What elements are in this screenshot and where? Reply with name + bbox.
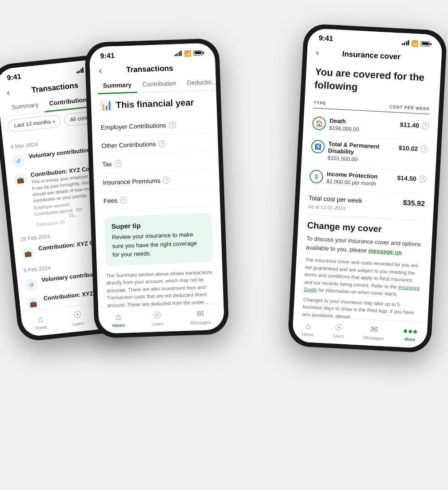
signal-icon-3 <box>401 40 409 46</box>
tpd-icon: ♿ <box>311 140 325 154</box>
more-icon: ●●● <box>403 326 418 336</box>
insurance-heading: You are covered for the following <box>314 66 432 98</box>
employer-icon: 💼 <box>26 296 40 310</box>
status-icons-3: 📶 <box>401 39 431 47</box>
back-button-1[interactable]: ‹ <box>6 87 10 98</box>
nav-label: Messages <box>190 320 211 325</box>
page-title-2: Transactions <box>106 63 193 75</box>
time-1: 9:41 <box>7 73 22 82</box>
super-tip-title: Super tip <box>112 219 205 230</box>
nav-label: Messages <box>363 335 384 341</box>
employer-icon: 💼 <box>21 247 35 260</box>
time-2: 9:41 <box>100 52 115 60</box>
back-button-3[interactable]: ‹ <box>316 48 319 58</box>
disclaimer-1: The insurance cover and costs recorded f… <box>304 256 422 299</box>
col-type-label: TYPE <box>314 100 327 106</box>
fees-label: Fees <box>103 197 118 204</box>
col-cost-label: COST PER WEEK <box>389 104 430 112</box>
summary-row-fees[interactable]: Fees ? <box>103 188 211 210</box>
home-icon: ⌂ <box>116 311 121 321</box>
learn-icon: ☉ <box>153 310 162 321</box>
nav-label: Learn <box>73 321 85 327</box>
phone-transactions-summary: 9:41 📶 ‹ Tr <box>85 38 229 338</box>
help-icon-income[interactable]: ? <box>419 175 426 183</box>
learn-icon: ☉ <box>73 309 82 321</box>
nav-learn-1[interactable]: ☉ Learn <box>71 309 84 326</box>
change-my-cover-title: Change my cover <box>307 220 424 237</box>
total-value: $35.92 <box>403 199 425 208</box>
nav-label: Home <box>112 322 125 328</box>
message-us-link[interactable]: message us <box>368 247 402 256</box>
tab-deductions-2[interactable]: Deductio... <box>181 74 223 91</box>
change-text-2: . <box>401 249 403 256</box>
voluntary-icon: ↺ <box>25 278 39 292</box>
total-label: Total cost per week <box>308 194 362 204</box>
nav-label: Home <box>35 324 47 330</box>
help-icon[interactable]: ? <box>168 121 176 129</box>
other-contributions-label: Other Contributions <box>101 140 156 149</box>
bottom-nav-2: ⌂ Home ☉ Learn ✉ Messages <box>98 304 224 334</box>
date-filter[interactable]: Last 12 months ▾ <box>8 114 61 132</box>
change-my-cover-text: To discuss your insurance cover and opti… <box>306 234 423 258</box>
wifi-icon-3: 📶 <box>411 39 419 47</box>
coverage-header: TYPE COST PER WEEK <box>313 98 430 115</box>
help-icon-death[interactable]: ? <box>422 122 429 130</box>
insurance-label: Insurance Premiums <box>103 177 160 186</box>
nav-label: Learn <box>333 333 345 338</box>
chevron-down-icon: ▾ <box>52 119 55 124</box>
nav-home-2[interactable]: ⌂ Home <box>112 311 125 328</box>
back-button-2[interactable]: ‹ <box>99 65 102 76</box>
nav-learn-3[interactable]: ☉ Learn <box>333 321 345 338</box>
nav-more-3[interactable]: ●●● More <box>402 326 418 342</box>
messages-icon: ✉ <box>196 308 204 320</box>
super-tip-card: Super tip Review your insurance to make … <box>104 213 213 266</box>
nav-learn-2[interactable]: ☉ Learn <box>151 310 164 327</box>
wifi-icon-2: 📶 <box>184 50 191 57</box>
phone-insurance-cover: 9:41 📶 ‹ In <box>287 23 447 353</box>
death-icon: 🏠 <box>312 117 327 131</box>
income-cost: $14.50 <box>397 174 417 182</box>
voluntary-icon: ↺ <box>12 154 26 168</box>
nav-messages-2[interactable]: ✉ Messages <box>190 308 211 325</box>
nav-messages-3[interactable]: ✉ Messages <box>363 323 384 341</box>
employer-contributions-label: Employer Contributions <box>101 121 166 131</box>
signal-icon-1 <box>76 67 84 74</box>
nav-label: Learn <box>152 321 164 327</box>
help-icon[interactable]: ? <box>159 140 166 147</box>
learn-icon: ☉ <box>335 322 343 333</box>
home-icon: ⌂ <box>37 313 43 324</box>
insurance-guide-link[interactable]: Insurance Guide <box>304 284 420 293</box>
battery-icon-3 <box>421 41 432 46</box>
signal-icon-2 <box>174 51 182 56</box>
employer-icon: 💼 <box>13 173 27 187</box>
messages-icon: ✉ <box>370 324 378 335</box>
help-icon-tpd[interactable]: ? <box>420 145 428 153</box>
death-amount: $198,000.00 <box>329 125 359 133</box>
tpd-cost: $10.02 <box>399 144 418 152</box>
help-icon[interactable]: ? <box>115 160 122 168</box>
time-3: 9:41 <box>319 34 333 43</box>
income-icon: $ <box>309 169 323 184</box>
insurance-content: You are covered for the following TYPE C… <box>293 59 441 334</box>
death-cost: $11.40 <box>400 121 419 129</box>
summary-content: 📊 This financial year Employer Contribut… <box>91 90 224 318</box>
help-icon[interactable]: ? <box>163 177 171 184</box>
nav-home-1[interactable]: ⌂ Home <box>34 313 47 330</box>
tab-summary-2[interactable]: Summary <box>97 76 137 94</box>
super-tip-text: Review your insurance to make sure you h… <box>112 230 206 259</box>
tab-contribution-2[interactable]: Contribution <box>137 75 182 93</box>
nav-label: Home <box>302 331 314 337</box>
bar-chart-icon: 📊 <box>100 99 112 111</box>
nav-home-3[interactable]: ⌂ Home <box>302 320 315 337</box>
battery-icon-2 <box>193 50 204 56</box>
death-name: Death <box>329 117 359 126</box>
change-text-1: To discuss your insurance cover and opti… <box>306 235 421 254</box>
tax-label: Tax <box>102 160 112 168</box>
status-icons-2: 📶 <box>174 49 204 57</box>
section-title-row: 📊 This financial year <box>100 96 208 111</box>
help-icon[interactable]: ? <box>120 196 128 204</box>
date-filter-label: Last 12 months <box>14 118 51 129</box>
home-icon: ⌂ <box>306 321 311 331</box>
nav-label: More <box>405 336 415 342</box>
section-title: This financial year <box>116 97 194 110</box>
